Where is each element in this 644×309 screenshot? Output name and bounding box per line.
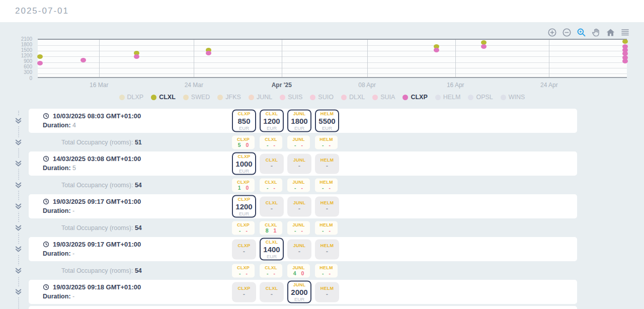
double-chevron-down-icon[interactable]	[15, 244, 22, 255]
legend-dot	[217, 95, 223, 100]
entry-duration-line: Duration: -	[43, 293, 141, 300]
legend-item-suia[interactable]: SUIA	[372, 94, 395, 101]
entry-timestamp-line: 19/03/2025 09:17 GMT+01:00	[43, 198, 141, 205]
entry-row[interactable]: 19/03/2025 09:17 GMT+01:00Duration: -CLX…	[29, 194, 577, 218]
occupancy-card-clxp: CLXP50	[232, 135, 255, 149]
data-point-clxp	[206, 51, 211, 55]
price-card-junl: JUNL-	[287, 196, 311, 216]
entry-timestamp-line: 14/03/2025 03:08 GMT+01:00	[43, 155, 141, 163]
price-value: -	[298, 205, 300, 213]
occupancy-card-junl: JUNL--	[287, 178, 310, 192]
double-chevron-down-icon[interactable]	[15, 222, 22, 233]
occupancy-card-clxp: CLXP10	[232, 178, 255, 192]
double-chevron-down-icon[interactable]	[15, 159, 22, 169]
double-chevron-down-icon[interactable]	[15, 265, 22, 276]
legend-item-opsl[interactable]: OPSL	[468, 94, 493, 101]
occupancy-row: Total Occupancy (rooms): 54CLXP--CLXL--J…	[29, 263, 577, 278]
occupancy-negative: -	[301, 142, 303, 148]
scatter-plot-area[interactable]	[38, 39, 627, 78]
double-chevron-down-icon[interactable]	[15, 287, 22, 297]
legend-item-dlxl[interactable]: DLXL	[341, 94, 365, 101]
legend-item-suis[interactable]: SUIS	[280, 94, 302, 101]
occupancy-values: --	[322, 270, 331, 276]
price-value: -	[243, 291, 245, 298]
double-chevron-down-icon[interactable]	[15, 201, 22, 212]
h-gridline	[38, 62, 627, 63]
duration-value: -	[72, 293, 74, 300]
chart-section: 21001800150012009006003000 16 Mar24 MarA…	[0, 22, 644, 109]
zoom-out-icon[interactable]	[562, 28, 572, 37]
chart-toolbar	[547, 28, 630, 37]
legend-item-wins[interactable]: WINS	[501, 94, 525, 101]
occupancy-negative: 1	[274, 227, 277, 234]
zoom-in-icon[interactable]	[547, 28, 557, 37]
currency-label: EUR	[239, 210, 249, 216]
entry-row[interactable]: 14/03/2025 03:08 GMT+01:00Duration: 5CLX…	[29, 151, 577, 176]
next-entry-row-partial	[29, 306, 577, 309]
occupancy-positive: -	[294, 142, 296, 148]
occupancy-card-helm: HELM--	[315, 264, 338, 277]
legend-item-clxl[interactable]: CLXL	[151, 94, 176, 101]
occupancy-values: --	[322, 227, 331, 234]
legend-dot	[372, 95, 378, 100]
legend-dot	[341, 95, 347, 100]
legend-dot	[310, 95, 315, 100]
chart-legend: DLXPCLXLSWEDJFKSJUNLSUISSUIODLXLSUIACLXP…	[0, 94, 644, 101]
h-gridline	[38, 68, 627, 68]
entry-row[interactable]: 19/03/2025 09:18 GMT+01:00Duration: -CLX…	[29, 280, 577, 304]
h-gridline	[38, 51, 627, 51]
occupancy-values: 50	[238, 142, 249, 148]
price-value: -	[271, 205, 273, 213]
occupancy-negative: 0	[246, 142, 249, 148]
price-card-clxp: CLXP-	[232, 282, 256, 302]
legend-item-junl[interactable]: JUNL	[249, 94, 272, 101]
home-icon[interactable]	[606, 28, 615, 37]
entry-row[interactable]: 19/03/2025 09:17 GMT+01:00Duration: -CLX…	[29, 237, 577, 261]
legend-item-helm[interactable]: HELM	[435, 94, 461, 101]
occupancy-values: --	[322, 142, 331, 148]
occupancy-values: --	[267, 142, 275, 148]
price-card-helm: HELM-	[315, 282, 339, 302]
y-axis-tick-label: 1500	[0, 47, 35, 53]
legend-item-dlxp[interactable]: DLXP	[119, 94, 144, 101]
v-gridline	[282, 40, 282, 77]
box-zoom-icon[interactable]	[577, 28, 586, 37]
price-value: 1000	[235, 159, 252, 168]
price-value: -	[243, 248, 245, 256]
occupancy-card-junl: JUNL40	[287, 264, 310, 277]
legend-label: WINS	[509, 94, 525, 101]
double-chevron-down-icon[interactable]	[15, 116, 22, 126]
entry-timestamp: 19/03/2025 09:17 GMT+01:00	[53, 241, 141, 248]
occupancy-positive: -	[267, 142, 269, 148]
legend-item-suio[interactable]: SUIO	[310, 94, 334, 101]
page-header: 2025-07-01	[0, 0, 644, 22]
occupancy-positive: 4	[293, 270, 296, 276]
double-chevron-down-icon[interactable]	[15, 180, 22, 190]
double-chevron-down-icon[interactable]	[15, 137, 22, 147]
duration-value: 4	[72, 122, 76, 129]
pan-icon[interactable]	[591, 28, 601, 37]
y-axis-tick-label: 600	[0, 64, 35, 69]
legend-item-clxp[interactable]: CLXP	[403, 94, 427, 101]
occupancy-values: 40	[293, 270, 304, 276]
entry-timestamp: 19/03/2025 09:17 GMT+01:00	[53, 198, 141, 205]
y-axis-tick-label: 300	[0, 69, 35, 75]
occupancy-values: --	[239, 227, 248, 234]
occupancy-positive: -	[322, 270, 324, 276]
page-title: 2025-07-01	[15, 6, 69, 16]
price-cards: CLXP850EURCLXL1200EURJUNL1800EURHELM5500…	[232, 110, 343, 132]
legend-label: SUIA	[380, 94, 395, 101]
legend-item-swed[interactable]: SWED	[183, 94, 210, 101]
occupancy-values: --	[294, 227, 303, 234]
price-card-junl: JUNL-	[287, 153, 311, 174]
menu-icon[interactable]	[620, 28, 630, 37]
entry-row[interactable]: 10/03/2025 08:03 GMT+01:00Duration: 4CLX…	[29, 109, 577, 133]
duration-value: -	[72, 207, 74, 214]
occupancy-total: 54	[135, 224, 142, 231]
occupancy-positive: -	[322, 142, 324, 148]
legend-item-jfks[interactable]: JFKS	[217, 94, 241, 101]
occupancy-negative: 0	[301, 270, 304, 276]
currency-label: EUR	[239, 168, 249, 173]
occupancy-positive: -	[267, 270, 269, 276]
data-point-clxl	[37, 54, 43, 59]
